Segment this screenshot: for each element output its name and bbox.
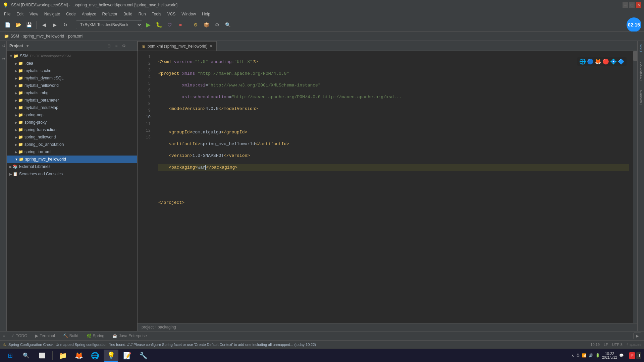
tree-item-external-libraries[interactable]: ▶ 📚 External Libraries — [7, 163, 137, 170]
menu-help[interactable]: Help — [199, 11, 213, 17]
tab-close-button[interactable]: ✕ — [210, 44, 212, 48]
code-editor[interactable]: 1 2 3 4 5 6 7 8 9 10 11 12 13 <?xml vers… — [138, 51, 637, 323]
bottom-tab-build[interactable]: 🔨 Build — [60, 331, 82, 340]
tree-item-spring-ioc-xml[interactable]: ▶ 📁 spring_ioc_xml — [7, 148, 137, 156]
tree-item-spring-ioc-annotation[interactable]: ▶ 📁 spring_ioc_annotation — [7, 141, 137, 148]
breadcrumb-bottom-project[interactable]: project — [142, 325, 154, 329]
menu-analyze[interactable]: Analyze — [79, 11, 99, 17]
systray-ime-icon[interactable]: 英 — [576, 353, 580, 358]
code-line-6 — [158, 117, 629, 124]
vert-label-favorites[interactable]: Favorites — [638, 88, 644, 107]
tree-item-mybatis-resultmap[interactable]: ▶ 📁 mybatis_resultMap — [7, 104, 137, 111]
taskbar-app-intellij[interactable]: 💡 — [104, 350, 118, 362]
code-content[interactable]: <?xml version="1.0" encoding="UTF-8"?> <… — [154, 51, 633, 323]
editor-tab-pom-xml[interactable]: 🗎 pom.xml (spring_mvc_helloworld) ✕ — [138, 41, 217, 51]
tree-item-mybatis-dynamicsql[interactable]: ▶ 📁 mybatis_dynamicSQL — [7, 74, 137, 82]
breadcrumb-bottom-packaging[interactable]: packaging — [158, 325, 176, 329]
taskbar-task-view[interactable]: ⬜ — [35, 350, 50, 362]
run-config-dropdown[interactable]: TxByXMLTest.testBuyBook — [76, 20, 142, 29]
menu-edit[interactable]: Edit — [14, 11, 26, 17]
breadcrumb-module[interactable]: spring_mvc_helloworld — [23, 34, 64, 39]
open-button[interactable]: 📂 — [13, 20, 23, 29]
build-button[interactable]: ⚙ — [191, 20, 200, 29]
taskbar-app-chrome[interactable]: 🌐 — [88, 350, 102, 362]
project-collapse-all-button[interactable]: ≡ — [113, 43, 120, 49]
systray-network-icon[interactable]: 📶 — [582, 353, 587, 358]
project-settings-button[interactable]: ⚙ — [120, 43, 127, 49]
menu-window[interactable]: Window — [179, 11, 199, 17]
run-with-coverage-button[interactable]: 🛡 — [165, 20, 174, 29]
tree-item-ssm-root[interactable]: ▼ 📁 SSM D:\IDEA\workspace\SSM — [7, 52, 137, 60]
stop-button[interactable]: ■ — [176, 20, 185, 29]
chrome-overlay-icon[interactable]: 🌐 — [579, 58, 586, 65]
maximize-button[interactable]: □ — [629, 2, 635, 8]
menu-vcs[interactable]: VCS — [165, 11, 178, 17]
systray-battery-icon[interactable]: 🔋 — [595, 353, 600, 358]
systray-volume-icon[interactable]: 🔊 — [589, 353, 593, 358]
new-file-button[interactable]: 📄 — [3, 20, 12, 29]
debug-button[interactable]: 🐛 — [154, 20, 164, 29]
edge2-overlay-icon[interactable]: 🔷 — [618, 58, 625, 65]
save-button[interactable]: 💾 — [24, 20, 34, 29]
vert-label-persistence[interactable]: Persistence — [638, 59, 644, 82]
tree-item-scratches[interactable]: ▶ 📋 Scratches and Consoles — [7, 170, 137, 178]
tree-item-spring-proxy[interactable]: ▶ 📁 spring-proxy — [7, 119, 137, 126]
bottom-tab-terminal[interactable]: ▶ Terminal — [32, 331, 58, 340]
tree-item-idea[interactable]: ▶ 📁 .idea — [7, 60, 137, 67]
breadcrumb-file[interactable]: pom.xml — [68, 34, 83, 39]
vert-label-data[interactable]: Data — [638, 42, 644, 54]
project-dropdown-icon[interactable]: ▼ — [26, 44, 30, 48]
search-button[interactable]: 🔍 — [223, 20, 232, 29]
java-icon[interactable]: J — [636, 352, 641, 359]
systray-clock[interactable]: 10:22 2021/8/12 — [602, 352, 617, 359]
systray-up-arrow[interactable]: ∧ — [571, 353, 574, 358]
menu-file[interactable]: File — [1, 11, 13, 17]
bottom-tab-java-enterprise[interactable]: ☕ Java Enterprise — [109, 331, 150, 340]
sdk-button[interactable]: 📦 — [202, 20, 211, 29]
project-minimize-button[interactable]: — — [128, 43, 135, 49]
taskbar-app-firefox[interactable]: 🦊 — [71, 350, 86, 362]
settings-button[interactable]: ⚙ — [212, 20, 222, 29]
tree-item-mybatis-cache[interactable]: ▶ 📁 mybatis_cache — [7, 67, 137, 74]
breadcrumb-ssm[interactable]: SSM — [10, 34, 19, 39]
menu-view[interactable]: View — [27, 11, 41, 17]
menu-tools[interactable]: Tools — [149, 11, 164, 17]
systray-notification-icon[interactable]: 💬 — [619, 353, 624, 358]
edge-overlay-icon[interactable]: 🔵 — [587, 58, 594, 65]
tree-item-spring-aop[interactable]: ▶ 📁 spring-aop — [7, 111, 137, 119]
menu-navigate[interactable]: Navigate — [42, 11, 63, 17]
ie-overlay-icon[interactable]: 💠 — [610, 58, 617, 65]
opera-overlay-icon[interactable]: 🔴 — [602, 58, 609, 65]
run-button[interactable]: ▶ — [144, 20, 153, 29]
menu-run[interactable]: Run — [136, 11, 149, 17]
editor-scrollbar[interactable] — [633, 51, 637, 323]
firefox-overlay-icon[interactable]: 🦊 — [595, 58, 601, 65]
back-button[interactable]: ◀ — [39, 20, 49, 29]
start-button[interactable]: ⊞ — [3, 350, 17, 362]
menu-refactor[interactable]: Refactor — [100, 11, 120, 17]
forward-button[interactable]: ▶ — [50, 20, 59, 29]
tree-item-spring-transaction[interactable]: ▶ 📁 spring-transaction — [7, 126, 137, 133]
tree-item-mybatis-helloworld[interactable]: ▶ 📁 mybatis_helloworld — [7, 82, 137, 89]
bottom-run-button[interactable]: ▶ — [633, 333, 641, 339]
menu-code[interactable]: Code — [63, 11, 78, 17]
tree-item-mybatis-parameter[interactable]: ▶ 📁 mybatis_parameter — [7, 97, 137, 104]
ppt-icon[interactable]: P — [629, 352, 635, 359]
menu-build[interactable]: Build — [121, 11, 135, 17]
taskbar-app-idea-2[interactable]: 🔧 — [136, 350, 151, 362]
taskbar-search[interactable]: 🔍 — [19, 350, 34, 362]
bottom-tab-spring[interactable]: 🌿 Spring — [83, 331, 108, 340]
tree-item-mybatis-mbg[interactable]: ▶ 📁 mybatis_mbg — [7, 89, 137, 97]
minimize-button[interactable]: ─ — [623, 2, 628, 8]
close-button[interactable]: ✕ — [636, 2, 641, 8]
taskbar-file-explorer[interactable]: 📁 — [55, 350, 70, 362]
tree-item-spring-mvc-helloworld[interactable]: ▼ 📁 spring_mvc_helloworld — [7, 156, 137, 163]
vert-label-2[interactable]: 2: — [1, 42, 6, 49]
scrollbar-thumb[interactable] — [633, 51, 637, 61]
project-expand-all-button[interactable]: ⊞ — [106, 43, 112, 49]
taskbar-app-notepad[interactable]: 📝 — [120, 350, 135, 362]
bottom-tab-todo[interactable]: ✓ TODO — [8, 331, 31, 340]
refresh-button[interactable]: ↻ — [61, 20, 70, 29]
tree-item-spring-helloworld[interactable]: ▶ 📁 spring_helloworld — [7, 133, 137, 141]
vert-label-1[interactable]: 1: — [1, 55, 6, 62]
